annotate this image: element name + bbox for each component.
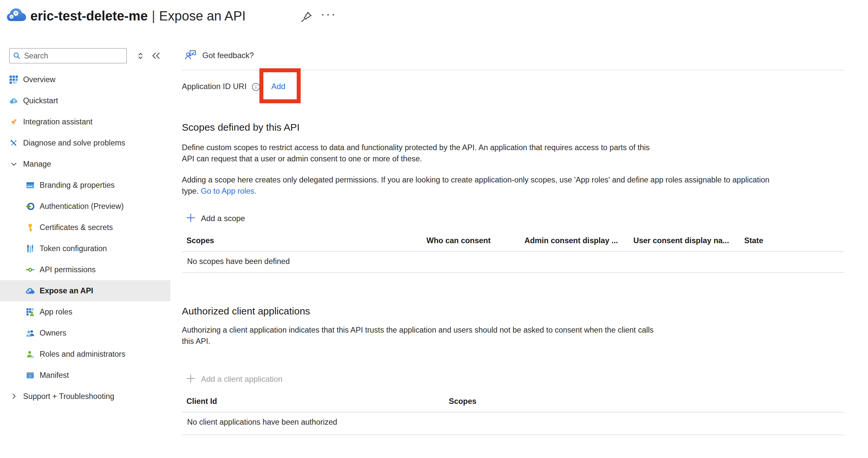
scopes-note-line1: Adding a scope here creates only delegat… [182, 174, 769, 186]
title-separator: | [152, 8, 155, 23]
sidebar-item-roles-administrators[interactable]: Roles and administrators [0, 344, 170, 365]
api-permissions-icon [26, 265, 35, 274]
branding-icon: www [26, 181, 35, 190]
diagnose-icon [9, 139, 18, 148]
feedback-icon [185, 49, 197, 62]
scopes-table-row-divider [182, 272, 844, 273]
sidebar-item-label: Authentication (Preview) [40, 202, 124, 211]
go-to-app-roles-link[interactable]: Go to App roles. [201, 187, 256, 195]
sidebar-item-diagnose[interactable]: Diagnose and solve problems [0, 132, 170, 154]
scopes-description: Define custom scopes to restrict access … [182, 142, 650, 164]
sidebar-item-label: App roles [40, 307, 72, 317]
sidebar-item-expose-an-api[interactable]: Expose an API [0, 280, 170, 301]
client-scopes-col-header: Scopes [449, 397, 476, 406]
authorized-description: Authorizing a client application indicat… [182, 324, 653, 347]
app-name: eric-test-delete-me [30, 8, 148, 23]
overview-icon [9, 75, 18, 84]
got-feedback-button[interactable]: Got feedback? [185, 47, 254, 64]
plus-icon [186, 373, 196, 385]
scopes-description-line2: API can request that a user or admin con… [182, 153, 650, 164]
expose-an-api-page: eric-test-delete-me|Expose an API ··· [0, 0, 868, 458]
clients-empty-row: No client applications have been authori… [187, 418, 337, 427]
application-id-uri-label: Application ID URI [182, 82, 247, 91]
sidebar-group-label: Manage [23, 160, 51, 169]
add-a-client-application-button[interactable]: Add a client application [186, 371, 282, 387]
token-configuration-icon [26, 244, 35, 253]
sidebar-item-integration-assistant[interactable]: Integration assistant [0, 111, 170, 132]
sidebar-group-label: Support + Troubleshooting [23, 392, 114, 401]
sidebar-item-label: Certificates & secrets [40, 223, 113, 232]
authorized-description-line1: Authorizing a client application indicat… [182, 324, 653, 335]
chevron-right-icon [9, 392, 18, 401]
search-input[interactable] [9, 48, 127, 63]
sidebar-item-label: Owners [40, 329, 66, 337]
search-icon [13, 52, 21, 61]
scopes-section-title: Scopes defined by this API [182, 122, 300, 133]
sidebar-group-manage[interactable]: Manage [0, 154, 170, 174]
sidebar-item-authentication[interactable]: Authentication (Preview) [0, 196, 170, 217]
app-roles-icon [26, 307, 35, 317]
svg-text:{}: {} [28, 374, 32, 378]
plus-icon [186, 213, 196, 224]
collapse-menu-icon[interactable] [151, 51, 161, 62]
sidebar-item-label: Token configuration [40, 244, 107, 253]
info-icon[interactable] [251, 83, 260, 93]
certificates-icon [26, 223, 35, 232]
sidebar-item-certificates-secrets[interactable]: Certificates & secrets [0, 217, 170, 238]
sidebar-item-quickstart[interactable]: Quickstart [0, 90, 170, 111]
sidebar-group-support-troubleshooting[interactable]: Support + Troubleshooting [0, 386, 170, 407]
sidebar-item-label: Integration assistant [23, 118, 92, 126]
sidebar-item-owners[interactable]: Owners [0, 322, 170, 344]
scopes-note: Adding a scope here creates only delegat… [182, 174, 769, 197]
authentication-icon [26, 202, 35, 211]
scopes-empty-row: No scopes have been defined [187, 257, 290, 266]
sidebar-item-label: Diagnose and solve problems [23, 139, 125, 148]
sidebar-nav: Overview Quickstart [0, 69, 170, 407]
sidebar-item-label: Quickstart [23, 96, 58, 105]
scopes-table-header-divider [182, 251, 844, 252]
owners-icon [26, 329, 35, 337]
page-title: eric-test-delete-me|Expose an API [30, 8, 246, 24]
sidebar-item-app-roles[interactable]: App roles [0, 301, 170, 322]
manifest-icon: {} [26, 371, 35, 380]
blade-name: Expose an API [159, 8, 246, 23]
sidebar-item-overview[interactable]: Overview [0, 69, 170, 90]
user-consent-col-header: User consent display na... [633, 236, 729, 245]
sidebar-item-label: API permissions [40, 265, 96, 274]
scopes-col-header: Scopes [186, 236, 214, 245]
authorized-description-line2: this API. [182, 335, 653, 347]
scopes-description-line1: Define custom scopes to restrict access … [182, 142, 650, 153]
sidebar-item-label: Roles and administrators [40, 350, 125, 359]
sidebar-item-manifest[interactable]: {} Manifest [0, 365, 170, 386]
sidebar-item-label: Manifest [40, 371, 69, 380]
admin-consent-col-header: Admin consent display ... [524, 236, 618, 245]
expose-api-icon [26, 286, 35, 295]
more-options-icon[interactable]: ··· [321, 7, 337, 21]
feedback-label: Got feedback? [202, 51, 254, 60]
chevron-down-icon [9, 160, 18, 169]
annotation-box [259, 68, 301, 103]
sidebar-item-api-permissions[interactable]: API permissions [0, 259, 170, 280]
scopes-note-prefix: type. [182, 187, 199, 195]
expand-collapse-icon[interactable] [136, 52, 145, 62]
quickstart-icon [9, 96, 18, 105]
sidebar-item-branding-properties[interactable]: www Branding & properties [0, 174, 170, 196]
add-a-client-application-label: Add a client application [201, 374, 282, 384]
pin-icon[interactable] [300, 10, 313, 25]
sidebar-search [9, 48, 127, 63]
integration-assistant-icon [9, 118, 18, 126]
app-cloud-gears-icon [7, 7, 26, 24]
clients-table-row-divider [182, 434, 844, 435]
add-a-scope-button[interactable]: Add a scope [186, 210, 245, 226]
sidebar-item-label: Expose an API [40, 286, 93, 295]
client-id-col-header: Client Id [186, 397, 217, 406]
sidebar-item-token-configuration[interactable]: Token configuration [0, 238, 170, 259]
roles-admins-icon [26, 350, 35, 359]
clients-table-header-divider [182, 412, 844, 413]
svg-text:www: www [27, 185, 33, 187]
scopes-note-line2: type. Go to App roles. [182, 186, 769, 197]
add-a-scope-label: Add a scope [201, 214, 245, 223]
sidebar-item-label: Branding & properties [40, 181, 115, 190]
sidebar-item-label: Overview [23, 75, 56, 84]
who-can-consent-col-header: Who can consent [426, 236, 491, 245]
